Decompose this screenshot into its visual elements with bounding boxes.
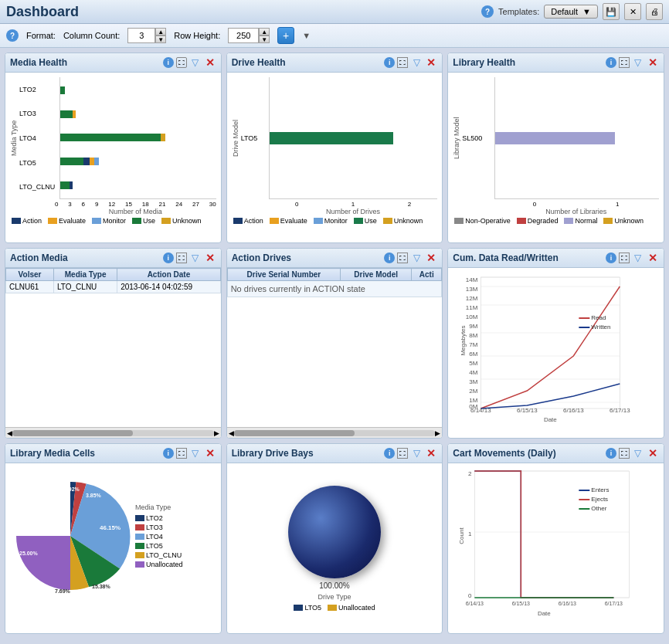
- action-drives-maximize-icon[interactable]: ⛶: [397, 253, 408, 263]
- panel-cart-movements-title: Cart Movements (Daily): [453, 448, 555, 459]
- col-media-type[interactable]: Media Type: [54, 269, 117, 281]
- ldb-info-icon[interactable]: i: [384, 448, 395, 459]
- action-drives-filter-icon[interactable]: ▽: [410, 252, 423, 264]
- panel-action-drives-body: Drive Serial Number Drive Model Acti No …: [227, 268, 443, 438]
- lmc-filter-icon[interactable]: ▽: [189, 447, 202, 459]
- col-action-date[interactable]: Action Date: [117, 269, 220, 281]
- action-drives-info-icon[interactable]: i: [384, 253, 395, 263]
- cum-data-close-icon[interactable]: ✕: [647, 252, 659, 264]
- cum-data-filter-icon[interactable]: ▽: [632, 252, 644, 264]
- action-media-table-scroll[interactable]: Volser Media Type Action Date CLNU61 LTO…: [5, 268, 221, 427]
- drive-health-filter-icon[interactable]: ▽: [410, 56, 423, 69]
- svg-text:6/17/13: 6/17/13: [605, 601, 623, 606]
- templates-dropdown[interactable]: Default ▼: [544, 5, 598, 19]
- ad-scrollbar-track[interactable]: [234, 430, 436, 436]
- main-header: Dashboard ? Templates: Default ▼ 💾 ✕ 🖨: [0, 0, 669, 24]
- ldb-filter-icon[interactable]: ▽: [410, 447, 423, 459]
- column-count-down[interactable]: ▼: [155, 36, 166, 43]
- panel-library-health-body: Library Model SL500 0 1 Number of Librar…: [448, 73, 664, 242]
- ad-scroll-right-btn[interactable]: ▶: [435, 429, 440, 437]
- bar-lto4: [60, 133, 216, 142]
- lmc-maximize-icon[interactable]: ⛶: [176, 448, 187, 459]
- panel-library-media-cells-icons: i ⛶ ▽ ✕: [163, 447, 216, 459]
- column-count-input[interactable]: [127, 28, 155, 43]
- action-drives-table-scroll[interactable]: Drive Serial Number Drive Model Acti No …: [227, 268, 443, 427]
- drive-health-close-icon[interactable]: ✕: [425, 56, 437, 69]
- header-help-icon[interactable]: ?: [481, 5, 494, 18]
- library-health-info-icon[interactable]: i: [606, 57, 616, 68]
- panel-drive-health-header: Drive Health i ⛶ ▽ ✕: [227, 53, 443, 73]
- action-media-scrollbar[interactable]: ◀ ▶: [5, 427, 221, 438]
- action-drives-table: Drive Serial Number Drive Model Acti No …: [227, 268, 443, 297]
- bar-lto4-use: [60, 134, 161, 141]
- media-health-maximize-icon[interactable]: ⛶: [176, 57, 187, 68]
- column-count-input-group: ▲ ▼: [127, 28, 166, 43]
- library-health-close-icon[interactable]: ✕: [647, 56, 659, 69]
- cum-data-info-icon[interactable]: i: [606, 253, 616, 263]
- col-drive-model[interactable]: Drive Model: [341, 269, 412, 281]
- media-health-close-icon[interactable]: ✕: [204, 56, 216, 69]
- lmc-legend-lto2-color: [135, 515, 144, 521]
- library-health-filter-icon[interactable]: ▽: [632, 56, 644, 69]
- panel-library-drive-bays-title: Library Drive Bays: [232, 448, 314, 459]
- panel-library-health-header: Library Health i ⛶ ▽ ✕: [448, 53, 664, 73]
- media-health-legend: Action Evaluate Monitor Use: [10, 217, 216, 225]
- column-count-label: Column Count:: [63, 31, 120, 40]
- panel-library-drive-bays-header: Library Drive Bays i ⛶ ▽ ✕: [227, 444, 443, 463]
- clear-template-button[interactable]: ✕: [624, 3, 641, 20]
- media-health-info-icon[interactable]: i: [163, 57, 174, 68]
- lmc-info-icon[interactable]: i: [163, 448, 174, 459]
- col-volser[interactable]: Volser: [6, 269, 54, 281]
- svg-text:6/16/13: 6/16/13: [559, 601, 576, 606]
- panel-action-drives-icons: i ⛶ ▽ ✕: [384, 252, 437, 264]
- cm-maximize-icon[interactable]: ⛶: [619, 448, 630, 459]
- format-label: Format:: [26, 31, 56, 40]
- ldb-legend: LTO5 Unallocated: [294, 604, 375, 612]
- cm-filter-icon[interactable]: ▽: [632, 447, 644, 459]
- row-height-up[interactable]: ▲: [259, 28, 270, 36]
- col-drive-serial[interactable]: Drive Serial Number: [227, 269, 341, 281]
- panel-action-media-body: Volser Media Type Action Date CLNU61 LTO…: [5, 268, 221, 438]
- library-bar-normal: [495, 132, 615, 144]
- cum-data-maximize-icon[interactable]: ⛶: [619, 253, 630, 263]
- action-drives-close-icon[interactable]: ✕: [425, 252, 437, 264]
- row-height-input[interactable]: [228, 28, 259, 43]
- ad-scroll-left-btn[interactable]: ◀: [229, 429, 234, 437]
- lh-legend-normal-color: [564, 218, 573, 224]
- ldb-maximize-icon[interactable]: ⛶: [397, 448, 408, 459]
- drive-health-info-icon[interactable]: i: [384, 57, 395, 68]
- scroll-left-btn[interactable]: ◀: [7, 429, 12, 437]
- ldb-legend-lto5-color: [294, 605, 303, 611]
- toolbar-help-icon[interactable]: ?: [6, 29, 19, 42]
- cm-info-icon[interactable]: i: [606, 448, 616, 459]
- lmc-close-icon[interactable]: ✕: [204, 447, 216, 459]
- panel-cum-data: Cum. Data Read/Written i ⛶ ▽ ✕ 14M 13M 1…: [447, 248, 664, 439]
- row-height-down[interactable]: ▼: [259, 36, 270, 43]
- action-media-info-icon[interactable]: i: [163, 253, 174, 263]
- add-dropdown-arrow-icon[interactable]: ▼: [302, 31, 311, 40]
- print-button[interactable]: 🖨: [646, 3, 663, 20]
- dh-legend-evaluate-color: [270, 218, 279, 224]
- scrollbar-thumb[interactable]: [12, 430, 133, 436]
- media-health-filter-icon[interactable]: ▽: [189, 56, 202, 69]
- ad-scrollbar-thumb[interactable]: [234, 430, 355, 436]
- add-panel-button[interactable]: +: [277, 27, 294, 44]
- scrollbar-track[interactable]: [12, 430, 214, 436]
- legend-evaluate-color: [48, 218, 57, 224]
- library-health-maximize-icon[interactable]: ⛶: [619, 57, 630, 68]
- save-template-button[interactable]: 💾: [603, 3, 620, 20]
- action-media-maximize-icon[interactable]: ⛶: [176, 253, 187, 263]
- col-action[interactable]: Acti: [412, 269, 442, 281]
- action-media-filter-icon[interactable]: ▽: [189, 252, 202, 264]
- panel-library-media-cells-body: 1.92% 3.85% 46.15% 15.38% 7.69% 25.00% M…: [5, 463, 221, 633]
- ldb-close-icon[interactable]: ✕: [425, 447, 437, 459]
- svg-text:Date: Date: [538, 610, 551, 617]
- action-media-close-icon[interactable]: ✕: [204, 252, 216, 264]
- drive-health-maximize-icon[interactable]: ⛶: [397, 57, 408, 68]
- cm-close-icon[interactable]: ✕: [647, 447, 659, 459]
- column-count-up[interactable]: ▲: [155, 28, 166, 36]
- action-drives-scrollbar[interactable]: ◀ ▶: [227, 427, 443, 438]
- scroll-right-btn[interactable]: ▶: [214, 429, 219, 437]
- lbl-lto5-pct: 15.38%: [92, 584, 111, 589]
- page-title: Dashboard: [6, 4, 79, 20]
